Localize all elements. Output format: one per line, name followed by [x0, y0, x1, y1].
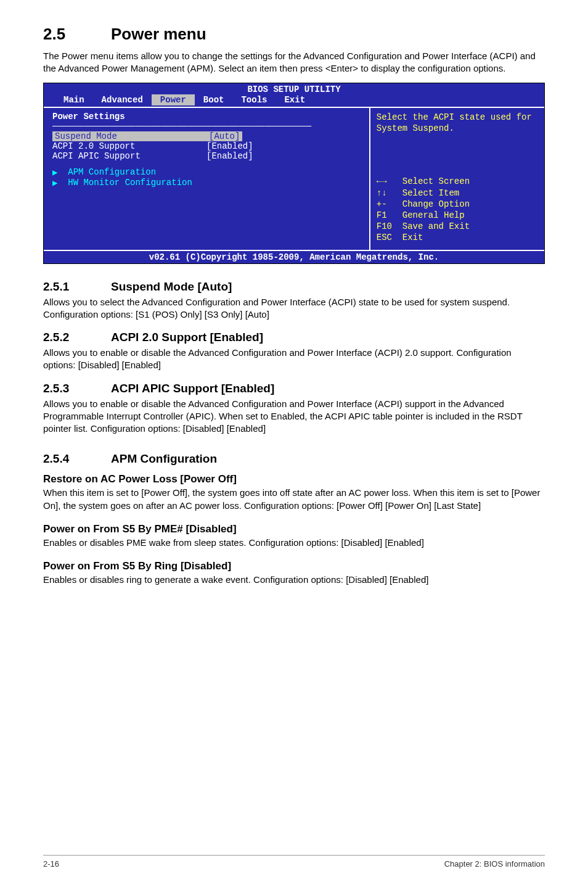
- bios-section-header: Power Settings: [52, 112, 361, 122]
- bios-screenshot: BIOS SETUP UTILITY Main Advanced Power B…: [43, 83, 545, 264]
- bios-body: Power Settings ─────────────────────────…: [44, 107, 544, 250]
- nav-exit: ESCExit: [377, 232, 538, 243]
- spacer: [52, 161, 361, 167]
- arrows-lr-icon: ←→: [377, 176, 402, 187]
- bios-right-panel: Select the ACPI state used for System Su…: [369, 108, 544, 250]
- section-252-text: Allows you to enable or disable the Adva…: [43, 347, 545, 372]
- bios-option-acpi-apic[interactable]: ACPI APIC Support [Enabled]: [52, 151, 361, 161]
- bios-submenu-hwmonitor[interactable]: ▶ HW Monitor Configuration: [52, 178, 361, 188]
- bios-tab-power[interactable]: Power: [152, 94, 195, 105]
- nav-select-screen: ←→Select Screen: [377, 176, 538, 187]
- bios-tab-boot[interactable]: Boot: [195, 94, 233, 105]
- bios-submenu-apm[interactable]: ▶ APM Configuration: [52, 167, 361, 178]
- nav-select-item: ↑↓Select Item: [377, 188, 538, 199]
- bios-option-label: ACPI 2.0 Support: [52, 141, 206, 151]
- bios-title: BIOS SETUP UTILITY: [44, 83, 544, 94]
- bios-divider: ────────────────────────────────────────…: [52, 122, 361, 131]
- restore-ac-heading: Restore on AC Power Loss [Power Off]: [43, 473, 545, 485]
- heading-number: 2.5: [43, 25, 111, 44]
- bios-footer: v02.61 (C)Copyright 1985-2009, American …: [44, 250, 544, 263]
- bios-submenu-label: APM Configuration: [68, 167, 156, 178]
- bios-tab-tools[interactable]: Tools: [232, 94, 276, 105]
- page-number: 2-16: [43, 859, 59, 868]
- bios-left-panel: Power Settings ─────────────────────────…: [44, 108, 369, 250]
- page-heading: 2.5Power menu: [43, 25, 545, 44]
- nav-save-exit: F10Save and Exit: [377, 221, 538, 232]
- arrows-ud-icon: ↑↓: [377, 188, 402, 199]
- bios-tab-exit[interactable]: Exit: [276, 94, 314, 105]
- esc-key-icon: ESC: [377, 232, 402, 243]
- bios-tab-advanced[interactable]: Advanced: [93, 94, 152, 105]
- pme-heading: Power on From S5 By PME# [Disabled]: [43, 523, 545, 535]
- page-footer: 2-16 Chapter 2: BIOS information: [43, 855, 545, 868]
- submenu-arrow-icon: ▶: [52, 167, 68, 178]
- bios-tabs: Main Advanced Power Boot Tools Exit: [44, 94, 544, 107]
- section-253-heading: 2.5.3ACPI APIC Support [Enabled]: [43, 382, 545, 395]
- nav-general-help: F1General Help: [377, 210, 538, 221]
- spacer: [52, 188, 361, 244]
- section-251-heading: 2.5.1Suspend Mode [Auto]: [43, 280, 545, 294]
- bios-option-value: [Enabled]: [206, 151, 253, 161]
- section-252-heading: 2.5.2ACPI 2.0 Support [Enabled]: [43, 331, 545, 344]
- ring-text: Enables or disables ring to generate a w…: [43, 574, 545, 586]
- bios-option-label: ACPI APIC Support: [52, 151, 206, 161]
- ring-heading: Power on From S5 By Ring [Disabled]: [43, 560, 545, 572]
- bios-option-label: Suspend Mode: [52, 131, 206, 141]
- section-253-text: Allows you to enable or disable the Adva…: [43, 398, 545, 435]
- restore-ac-text: When this item is set to [Power Off], th…: [43, 487, 545, 512]
- pme-text: Enables or disables PME wake from sleep …: [43, 537, 545, 549]
- section-254-heading: 2.5.4APM Configuration: [43, 452, 545, 466]
- bios-tab-main[interactable]: Main: [55, 94, 93, 105]
- submenu-arrow-icon: ▶: [52, 178, 68, 188]
- plusminus-icon: +-: [377, 199, 402, 210]
- bios-option-value: [Auto]: [206, 131, 242, 141]
- f10-key-icon: F10: [377, 221, 402, 232]
- intro-paragraph: The Power menu items allow you to change…: [43, 50, 545, 75]
- section-251-text: Allows you to select the Advanced Config…: [43, 296, 545, 321]
- chapter-label: Chapter 2: BIOS information: [444, 859, 545, 868]
- bios-option-acpi20[interactable]: ACPI 2.0 Support [Enabled]: [52, 141, 361, 151]
- f1-key-icon: F1: [377, 210, 402, 221]
- heading-title: Power menu: [111, 25, 206, 43]
- nav-change-option: +-Change Option: [377, 199, 538, 210]
- bios-option-suspend-mode[interactable]: Suspend Mode [Auto]: [52, 131, 361, 141]
- bios-option-value: [Enabled]: [206, 141, 253, 151]
- bios-help-text: Select the ACPI state used for System Su…: [377, 112, 538, 134]
- bios-submenu-label: HW Monitor Configuration: [68, 178, 192, 188]
- bios-nav-legend: ←→Select Screen ↑↓Select Item +-Change O…: [377, 176, 538, 243]
